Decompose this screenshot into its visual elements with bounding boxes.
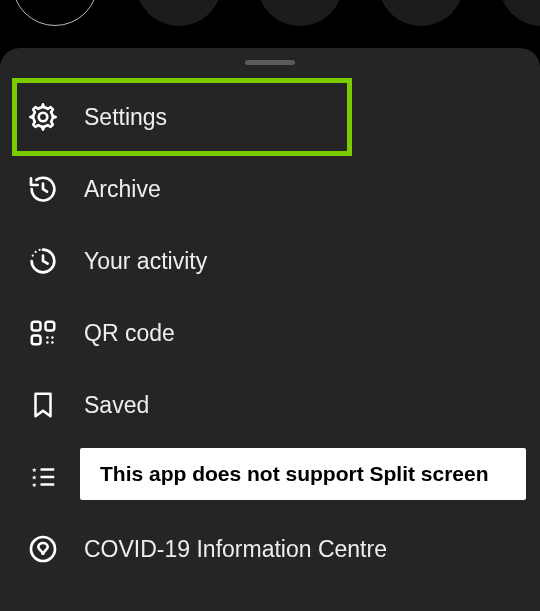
bottom-sheet: Settings Archive [0, 48, 540, 611]
settings-icon [24, 98, 62, 136]
toast-text: This app does not support Split screen [100, 462, 489, 486]
svg-point-1 [32, 255, 34, 257]
svg-rect-4 [32, 322, 41, 331]
menu-item-label: Archive [84, 176, 161, 203]
svg-point-8 [51, 336, 54, 339]
menu-item-label: COVID-19 Information Centre [84, 536, 387, 563]
menu-item-label: Saved [84, 392, 149, 419]
menu-list: Settings Archive [0, 53, 540, 585]
saved-icon [24, 386, 62, 424]
menu-item-qr-code[interactable]: QR code [0, 297, 540, 369]
drag-handle[interactable] [245, 60, 295, 65]
menu-item-label: Settings [84, 104, 167, 131]
svg-rect-5 [46, 322, 55, 331]
menu-item-archive[interactable]: Archive [0, 153, 540, 225]
svg-point-10 [51, 341, 54, 344]
toast-message: This app does not support Split screen [80, 448, 526, 500]
qr-icon [24, 314, 62, 352]
svg-point-14 [31, 537, 55, 561]
close-friends-icon [24, 458, 62, 496]
archive-icon [24, 170, 62, 208]
menu-item-saved[interactable]: Saved [0, 369, 540, 441]
svg-point-9 [46, 341, 49, 344]
menu-item-your-activity[interactable]: Your activity [0, 225, 540, 297]
svg-point-7 [46, 336, 49, 339]
stories-strip [0, 0, 540, 48]
svg-point-3 [39, 249, 41, 251]
activity-icon [24, 242, 62, 280]
svg-point-2 [35, 251, 37, 253]
menu-item-settings[interactable]: Settings [0, 81, 540, 153]
svg-rect-6 [32, 336, 41, 345]
menu-item-covid[interactable]: COVID-19 Information Centre [0, 513, 540, 585]
story-circle[interactable] [136, 0, 222, 26]
covid-icon [24, 530, 62, 568]
add-story-circle[interactable] [12, 0, 98, 26]
svg-point-0 [39, 113, 48, 122]
story-circle[interactable] [257, 0, 343, 26]
menu-item-label: Your activity [84, 248, 207, 275]
story-circle[interactable] [499, 0, 540, 26]
menu-item-label: QR code [84, 320, 175, 347]
story-circle[interactable] [378, 0, 464, 26]
